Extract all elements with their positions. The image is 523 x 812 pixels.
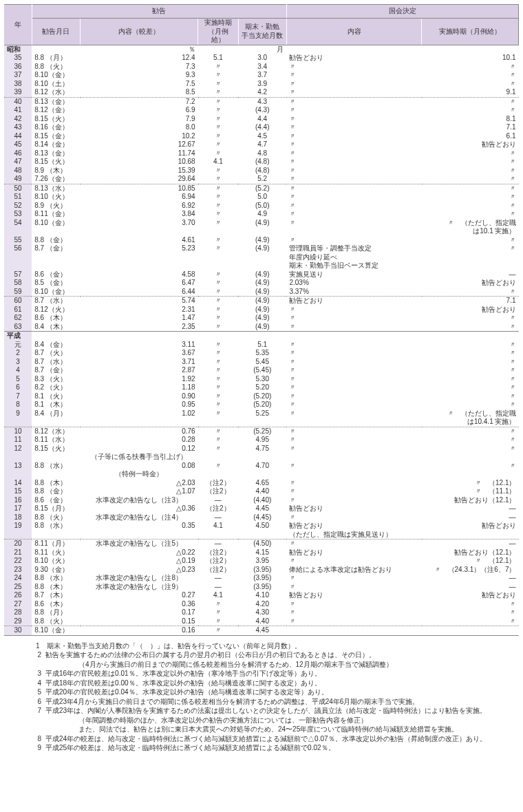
- cell-diet-content: 〃: [286, 513, 421, 522]
- cell-date: 8.1 （木）: [32, 400, 80, 409]
- cell-months: 4.10: [238, 591, 286, 600]
- cell-year: 53: [4, 210, 32, 219]
- cell-diet-content: [286, 470, 421, 479]
- cell-diet-timing: 〃: [422, 193, 519, 202]
- table-header: 年 勧告 国会決定 勧告月日 内容（較差） 実施時期 （月例給） 期末・勤勉 手…: [4, 5, 519, 45]
- cell-content: 0.76: [81, 427, 198, 436]
- cell-year: 38: [4, 80, 32, 89]
- cell-diet-content: 〃: [286, 71, 421, 80]
- cell-diet-timing: 〃: [422, 175, 519, 184]
- notes-section: （注）1 期末・勤勉手当支給月数の「（ ）」は、勧告を行っていない（前年と同月数…: [4, 641, 519, 753]
- cell-date: 8.7 （金）: [32, 244, 80, 253]
- cell-timing: 〃: [198, 97, 238, 106]
- cell-timing: 〃: [198, 115, 238, 124]
- cell-date: [32, 261, 80, 270]
- cell-date: 8.5 （金）: [32, 279, 80, 288]
- table-row: 148.8 （木）△2.03（注2）4.65〃〃 （12.1）: [4, 479, 519, 488]
- cell-content: 0.35: [81, 522, 198, 531]
- cell-diet-content: 〃: [286, 462, 421, 471]
- table-row: 258.8 （木）水準改定の勧告なし（注9）―(3.95)〃―: [4, 583, 519, 592]
- cell-content: 7.5: [81, 80, 198, 89]
- table-row: 488.9 （木）15.39〃(4.8)〃〃: [4, 167, 519, 175]
- table-row: 元8.4 （金）3.11〃5.1〃〃: [4, 341, 519, 350]
- cell-months: (3.95): [238, 574, 286, 583]
- cell-diet-content: 〃: [286, 383, 421, 392]
- cell-timing: 4.1: [198, 158, 238, 167]
- cell-timing: 〃: [198, 306, 238, 314]
- cell-months: [238, 227, 286, 236]
- cell-timing: （注2）: [198, 504, 238, 513]
- table-row: 618.12（火）2.31〃(4.9)〃勧告どおり: [4, 306, 519, 314]
- cell-diet-content: 〃: [286, 88, 421, 97]
- cell-date: 8.10（火）: [32, 193, 80, 202]
- cell-content: 3.70: [81, 219, 198, 228]
- cell-diet-timing: ―: [422, 539, 519, 548]
- cell-content: 6.94: [81, 193, 198, 202]
- cell-year: 14: [4, 479, 32, 488]
- note-item: 8平成24年の較差は、給与改定・臨時特例法に基づく給与減額支給措置による減額前で…: [4, 734, 519, 744]
- cell-diet-content: 〃: [286, 349, 421, 358]
- cell-content: 8.0: [81, 123, 198, 132]
- cell-diet-content: 3.37%: [286, 288, 421, 297]
- cell-diet-content: 〃: [286, 436, 421, 445]
- table-row: 188.8 （火）水準改定の勧告なし（注4）―(4.45)〃―: [4, 513, 519, 522]
- cell-diet-timing: 〃 （ただし、指定職: [422, 219, 519, 228]
- cell-months: 3.9: [238, 80, 286, 89]
- cell-diet-content: 〃: [286, 539, 421, 548]
- cell-months: 4.20: [238, 600, 286, 609]
- cell-content: [81, 261, 198, 270]
- cell-timing: 〃: [198, 314, 238, 323]
- cell-diet-content: [286, 453, 421, 462]
- cell-diet-content: 〃: [286, 210, 421, 219]
- cell-date: 8.13（金）: [32, 97, 80, 106]
- cell-timing: 〃: [198, 323, 238, 332]
- cell-diet-content: [286, 227, 421, 236]
- table-row: 538.11（金）3.84〃4.9〃〃: [4, 210, 519, 219]
- table-row: （子等に係る扶養手当引上げ）: [4, 453, 519, 462]
- cell-date: 8.13（金）: [32, 149, 80, 158]
- cell-diet-timing: 勧告どおり: [422, 306, 519, 314]
- note-item: （注）1 期末・勤勉手当支給月数の「（ ）」は、勧告を行っていない（前年と同月数…: [4, 641, 519, 651]
- cell-months: [238, 531, 286, 539]
- cell-date: 8.11（火）: [32, 548, 80, 557]
- cell-months: 4.30: [238, 608, 286, 617]
- cell-diet-content: 2.03%: [286, 279, 421, 288]
- table-row: 388.10（土）7.5〃3.9〃〃: [4, 80, 519, 89]
- cell-diet-content: 〃: [286, 392, 421, 401]
- note-item: 3平成16年の官民較差は0.01％。水準改定以外の勧告（寒冷地手当の引下げ改定等…: [4, 669, 519, 679]
- table-row: 198.8 （水）0.354.14.50勧告どおり勧告どおり: [4, 522, 519, 531]
- cell-timing: [198, 418, 238, 427]
- cell-months: (4.9): [238, 236, 286, 245]
- cell-content: 2.35: [81, 323, 198, 332]
- cell-months: (4.9): [238, 219, 286, 228]
- cell-months: 4.9: [238, 210, 286, 219]
- cell-timing: 〃: [198, 436, 238, 445]
- cell-year: 元: [4, 341, 32, 350]
- note-item: 2勧告を実施するための法律の公布日の属する月の翌月の初日（公布日が月の初日である…: [4, 650, 519, 669]
- cell-diet-content: 実施見送り: [286, 270, 421, 279]
- cell-year: 56: [4, 244, 32, 253]
- cell-months: (4.45): [238, 513, 286, 522]
- cell-date: 8.9 （火）: [32, 202, 80, 211]
- cell-diet-timing: 9.1: [422, 88, 519, 97]
- cell-date: [32, 253, 80, 262]
- cell-year: 3: [4, 358, 32, 367]
- cell-months: 4.50: [238, 522, 286, 531]
- cell-year: 18: [4, 513, 32, 522]
- cell-content: [81, 418, 198, 427]
- cell-timing: 〃: [198, 358, 238, 367]
- table-row: 248.8 （水）水準改定の勧告なし（注8）―(3.95)〃―: [4, 574, 519, 583]
- cell-date: 8.8 （金）: [32, 487, 80, 496]
- cell-diet-timing: 〃: [422, 375, 519, 384]
- table-row: 578.6 （金）4.58〃(4.9)実施見送り―: [4, 270, 519, 279]
- cell-months: (4.9): [238, 288, 286, 297]
- cell-diet-content: [286, 626, 421, 636]
- cell-diet-content: 〃: [286, 132, 421, 141]
- cell-date: 8.8 （木）: [32, 583, 80, 592]
- cell-months: 4.2: [238, 88, 286, 97]
- cell-year: 57: [4, 270, 32, 279]
- cell-months: 4.70: [238, 462, 286, 471]
- table-row: 298.8 （火）0.15〃4.40〃〃: [4, 617, 519, 626]
- cell-months: (5.0): [238, 202, 286, 211]
- cell-year: [4, 470, 32, 479]
